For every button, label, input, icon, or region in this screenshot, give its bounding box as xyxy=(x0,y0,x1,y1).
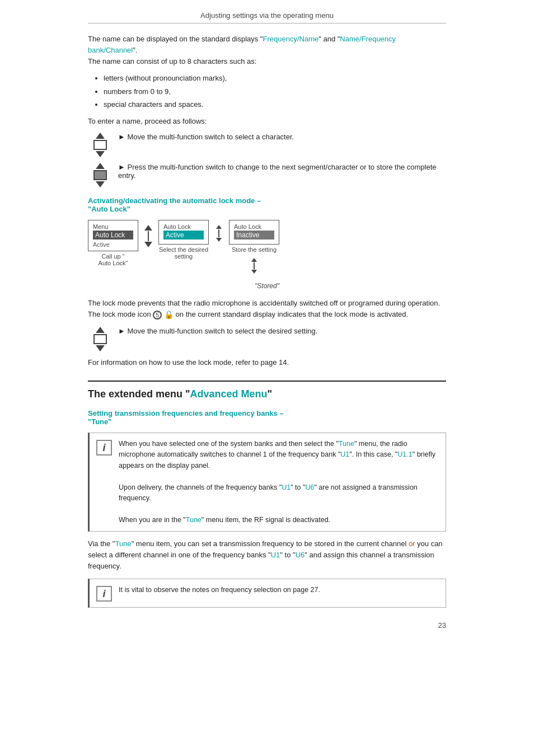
intro-line2: The name can consist of up to 8 characte… xyxy=(88,57,256,65)
lock-circle-icon: 5 xyxy=(153,311,162,320)
link-frequency-name: Frequency/Name xyxy=(263,35,318,43)
diag-box-3: Auto Lock Inactive xyxy=(229,220,279,245)
info-box-1: i When you have selected one of the syst… xyxy=(88,433,446,532)
arrow-down-icon xyxy=(96,151,105,157)
lock-mode-para: The lock mode prevents that the radio mi… xyxy=(88,298,446,321)
tri-up-1 xyxy=(144,225,152,231)
arrow-up-icon-2 xyxy=(96,327,105,333)
arrow-sym-2 xyxy=(216,224,222,242)
arrow-line-3 xyxy=(254,262,255,269)
tune-para: Via the "Tune" menu item, you can set a … xyxy=(88,538,446,572)
switch-body-filled xyxy=(93,170,107,180)
tune-heading: Setting transmission frequencies and fre… xyxy=(88,409,446,426)
autolock-heading: Activating/deactivating the automatic lo… xyxy=(88,196,446,213)
bullet-list: letters (without pronounciation marks), … xyxy=(104,73,446,110)
bullet-1: letters (without pronounciation marks), xyxy=(104,73,446,84)
info-text-1: When you have selected one of the system… xyxy=(119,439,439,525)
arrow-up-filled-icon xyxy=(96,163,105,169)
page: Adjusting settings via the operating men… xyxy=(71,0,463,652)
or-text: or xyxy=(409,539,415,548)
diag-box-1: Menu Auto Lock Active xyxy=(88,220,138,251)
page-number: 23 xyxy=(88,621,446,630)
diag-box-2: Auto Lock Active xyxy=(158,220,209,245)
page-header: Adjusting settings via the operating men… xyxy=(88,11,446,24)
diag-menu-label: Menu xyxy=(93,223,109,230)
switch-icon-outline-col xyxy=(88,133,113,157)
switch-body-outline-2 xyxy=(93,334,107,344)
switch-icon-filled-col xyxy=(88,163,113,187)
diag-col3-arrow xyxy=(251,257,257,274)
advanced-menu-link: Advanced Menu xyxy=(190,388,268,400)
tri-down-3 xyxy=(251,270,257,274)
icon-row-2: ► Press the multi-function switch to cha… xyxy=(88,163,446,187)
diag-autolock-highlight: Auto Lock xyxy=(93,231,133,240)
diag-inactive-highlight: Inactive xyxy=(234,231,274,240)
tune-link-2: Tune xyxy=(186,516,202,524)
arrow-sym-1 xyxy=(144,224,152,248)
tri-down-1 xyxy=(144,242,152,247)
diag-store-caption: Store the setting xyxy=(232,246,277,253)
arrow-up-icon xyxy=(96,133,105,139)
icon-row-3-text: ► Move the multi-function switch to sele… xyxy=(118,327,317,335)
bullet-2: numbers from 0 to 9, xyxy=(104,86,446,97)
autolock-diagram: Menu Auto Lock Active Call up "Auto Lock… xyxy=(88,220,446,274)
tri-up-2 xyxy=(216,225,222,229)
diag-col-2: Auto Lock Active Select the desiredsetti… xyxy=(158,220,209,260)
u6-link-2: U6 xyxy=(296,551,305,559)
switch-icon-outline xyxy=(88,133,113,157)
diag-callup-caption: Call up "Auto Lock" xyxy=(99,253,128,266)
u1-link-3: U1 xyxy=(271,551,280,559)
bullet-3: special characters and spaces. xyxy=(104,99,446,110)
stored-row: "Stored" xyxy=(88,282,446,290)
diag-arrow-1 xyxy=(138,220,158,248)
diag-active-sub: Active xyxy=(93,241,110,248)
diag-active-highlight: Active xyxy=(163,231,204,240)
icon-row-1-text: ► Move the multi-function switch to sele… xyxy=(118,133,294,141)
switch-icon-outline-2 xyxy=(88,327,113,351)
tri-up-3 xyxy=(251,258,257,262)
info-box-2: i It is vital to observe the notes on fr… xyxy=(88,579,446,608)
diag-autolock-label-2: Auto Lock xyxy=(163,223,191,230)
advanced-menu-heading: The extended menu "Advanced Menu" xyxy=(88,381,446,400)
info-icon-1: i xyxy=(96,440,112,456)
arrow-down-icon-2 xyxy=(96,345,105,351)
switch-icon-filled xyxy=(88,163,113,187)
intro-para: The name can be displayed on the standar… xyxy=(88,34,446,67)
info-text-2: It is vital to observe the notes on freq… xyxy=(119,585,320,595)
lock-mode-ref: For information on how to use the lock m… xyxy=(88,357,446,368)
tune-link-1: Tune xyxy=(339,440,354,448)
icon-row-3: ► Move the multi-function switch to sele… xyxy=(88,327,446,351)
info-icon-2: i xyxy=(96,586,112,602)
u1-link-1: U1 xyxy=(340,450,349,458)
u1-link-2: U1 xyxy=(282,483,291,491)
diag-col-3: Auto Lock Inactive Store the setting xyxy=(229,220,279,274)
switch-body-outline xyxy=(93,140,107,150)
diag-arrow-2 xyxy=(209,220,229,242)
tune-link-3: Tune xyxy=(115,539,131,548)
u6-link-1: U6 xyxy=(305,483,314,491)
diag-autolock-label-3: Auto Lock xyxy=(234,223,261,230)
switch-icon-outline-col-2 xyxy=(88,327,113,351)
stored-label: "Stored" xyxy=(255,282,279,290)
page-header-title: Adjusting settings via the operating men… xyxy=(200,11,334,20)
lock-padlock-icon: 🔒 xyxy=(164,309,174,321)
icon-row-1: ► Move the multi-function switch to sele… xyxy=(88,133,446,157)
diag-select-caption: Select the desiredsetting xyxy=(159,246,208,260)
icon-row-2-text: ► Press the multi-function switch to cha… xyxy=(118,163,446,180)
proceed-text: To enter a name, proceed as follows: xyxy=(88,116,446,127)
arrow-down-filled-icon xyxy=(96,181,105,187)
arrow-sym-3 xyxy=(251,257,257,274)
arrow-line-1 xyxy=(148,231,149,241)
arrow-line-2 xyxy=(218,229,219,237)
diag-col-1: Menu Auto Lock Active Call up "Auto Lock… xyxy=(88,220,138,266)
intro-line1: The name can be displayed on the standar… xyxy=(88,35,258,43)
tri-down-2 xyxy=(216,238,222,242)
u1-1-link: U1.1 xyxy=(397,450,412,458)
